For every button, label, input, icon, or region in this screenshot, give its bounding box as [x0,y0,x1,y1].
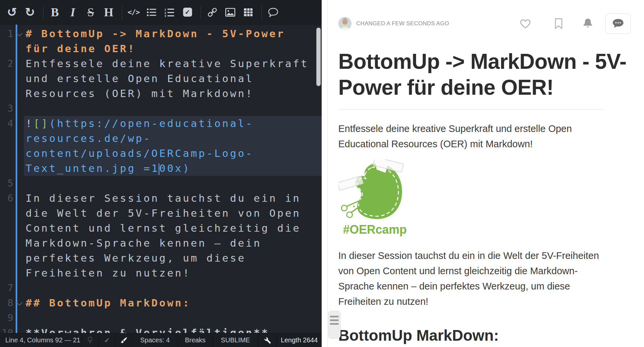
code-icon[interactable]: </> [126,4,142,20]
bell-icon[interactable] [582,18,593,30]
strikethrough-icon[interactable]: S [83,4,99,20]
keymap-setting[interactable]: SUBLIME [213,333,258,347]
avatar[interactable] [338,17,352,30]
editor-line-3[interactable]: 3 [0,101,322,116]
indent-setting[interactable]: Spaces: 4 [133,333,178,347]
cursor-position-status: Line 4, Columns 92 — 21 [0,333,82,347]
editor-line-8[interactable]: 8## BottomUp MarkDown: [0,295,322,310]
editor-line-4[interactable]: 4![](https://open-educational-resources.… [0,116,322,176]
image-icon[interactable] [222,4,238,20]
brush-icon[interactable] [116,333,133,347]
section-heading: BottomUp MarkDown: [338,326,604,344]
line-number: 10 [0,325,15,333]
toolbar-divider [201,6,201,19]
toolbar-divider [262,6,262,19]
intro-paragraph: Entfessele deine kreative Superkraft und… [338,121,604,152]
editor-body[interactable]: 1# BottomUp -> MarkDown - 5V-Power für d… [0,25,322,333]
line-text: In dieser Session tauchst du ein in die … [24,191,322,281]
document-title: BottomUp -> MarkDown - 5V-Power für dein… [338,49,631,100]
ordered-list-icon[interactable]: 123 [161,4,177,20]
task-list-icon[interactable]: ✓ [179,4,195,20]
app-window: ↺↻BISH</>123✓ 1# BottomUp -> MarkDown - … [0,0,644,347]
editor-toolbar: ↺↻BISH</>123✓ [0,0,322,25]
toolbar-divider [122,6,122,19]
divider [338,109,604,110]
line-number: 5 [0,176,15,191]
undo-icon[interactable]: ↺ [4,4,20,20]
editor-line-9[interactable]: 9 [0,310,322,325]
line-text: # BottomUp -> MarkDown - 5V-Power für de… [24,26,322,56]
chat-bubble-icon [611,18,625,29]
last-changed-label: CHANGED A FEW SECONDS AGO [356,20,449,27]
line-number: 8 [0,295,15,310]
editor-line-1[interactable]: 1# BottomUp -> MarkDown - 5V-Power für d… [0,26,322,56]
line-number: 3 [0,101,15,116]
authorship-color-bar [16,25,17,333]
heart-icon[interactable] [519,18,532,30]
editor-pane: ↺↻BISH</>123✓ 1# BottomUp -> MarkDown - … [0,0,322,347]
line-number: 7 [0,281,15,295]
line-text: **Verwahren & Vervielfältigen** [24,325,322,333]
redo-icon[interactable]: ↻ [22,4,38,20]
editor-line-7[interactable]: 7 [0,281,322,295]
document-length-status: Length 2644 [277,333,322,347]
table-icon[interactable] [240,4,256,20]
wrench-icon[interactable] [258,333,277,347]
oercamp-logo-image: #OERcamp [338,160,631,237]
preview-actions [519,13,631,34]
line-text: Entfessele deine kreative Superkraft und… [24,56,322,101]
svg-text:2: 2 [164,11,166,14]
line-number: 6 [0,191,15,281]
split-resize-handle[interactable] [328,311,341,339]
line-number: 1 [0,26,15,56]
line-text: ![](https://open-educational-resources.d… [24,116,322,176]
editor-statusbar: Line 4, Columns 92 — 21 ✓ Spaces: 4 Brea… [0,333,322,347]
line-text [24,101,322,116]
unordered-list-icon[interactable] [144,4,160,20]
preview-header: CHANGED A FEW SECONDS AGO [338,13,631,35]
lightbulb-icon[interactable] [82,333,99,347]
spellcheck-icon[interactable]: ✓ [99,333,116,347]
comment-icon[interactable] [265,4,281,20]
preview-content: CHANGED A FEW SECONDS AGO [328,0,644,347]
editor-scrollbar[interactable] [316,28,321,86]
svg-text:3: 3 [164,14,166,17]
line-text [24,281,322,295]
line-text: ## BottomUp MarkDown: [24,295,322,310]
comments-button[interactable] [605,13,631,34]
editor-line-2[interactable]: 2Entfessele deine kreative Superkraft un… [0,56,322,101]
session-paragraph: In dieser Session tauchst du ein in die … [338,248,604,309]
bold-icon[interactable]: B [47,4,63,20]
editor-lines: 1# BottomUp -> MarkDown - 5V-Power für d… [0,26,322,333]
heading-icon[interactable]: H [101,4,117,20]
line-number: 2 [0,56,15,101]
linebreak-setting[interactable]: Breaks [178,333,213,347]
svg-text:1: 1 [164,8,166,11]
link-icon[interactable] [204,4,220,20]
line-number: 4 [0,116,15,176]
editor-line-5[interactable]: 5 [0,176,322,191]
editor-line-10[interactable]: 10**Verwahren & Vervielfältigen** [0,325,322,333]
line-text [24,310,322,325]
line-text [24,176,322,191]
toolbar-divider [43,6,44,19]
bookmark-icon[interactable] [554,18,564,30]
line-number: 9 [0,310,15,325]
oercamp-logo-caption: #OERcamp [343,223,631,237]
editor-line-6[interactable]: 6In dieser Session tauchst du ein in die… [0,191,322,281]
preview-pane: CHANGED A FEW SECONDS AGO [327,0,644,347]
italic-icon[interactable]: I [65,4,81,20]
